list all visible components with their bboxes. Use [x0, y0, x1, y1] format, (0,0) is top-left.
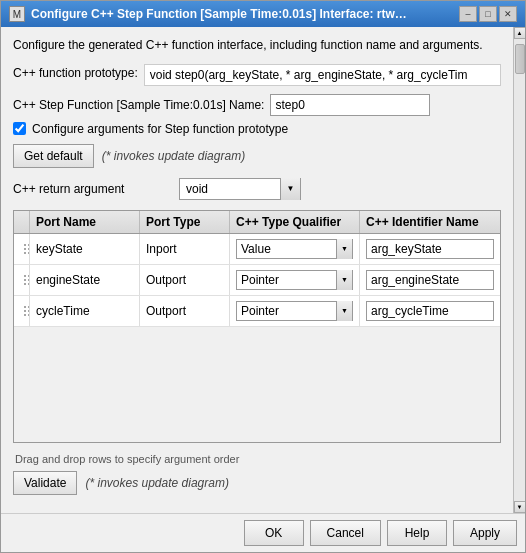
type-qualifier-cell: Pointer ▼ — [230, 296, 360, 326]
port-name-value: engineState — [36, 273, 100, 287]
right-scrollbar: ▲ ▼ — [513, 27, 525, 513]
window-title: Configure C++ Step Function [Sample Time… — [31, 7, 411, 21]
validate-row: Validate (* invokes update diagram) — [13, 471, 501, 495]
title-bar-left: M Configure C++ Step Function [Sample Ti… — [9, 6, 411, 22]
main-area: Configure the generated C++ function int… — [1, 27, 525, 513]
type-qualifier-cell: Value ▼ — [230, 234, 360, 264]
port-name-cell: engineState — [30, 265, 140, 295]
port-type-cell: Outport — [140, 265, 230, 295]
identifier-cell — [360, 296, 500, 326]
return-select-value: void — [180, 180, 280, 198]
header-identifier-name: C++ Identifier Name — [360, 211, 500, 233]
port-name-value: cycleTime — [36, 304, 90, 318]
scroll-down-button[interactable]: ▼ — [514, 501, 526, 513]
type-qualifier-select[interactable]: Value ▼ — [236, 239, 353, 259]
content-area: Configure the generated C++ function int… — [1, 27, 513, 513]
bottom-area: Drag and drop rows to specify argument o… — [13, 449, 501, 505]
port-type-cell: Outport — [140, 296, 230, 326]
identifier-cell — [360, 234, 500, 264]
configure-dialog: M Configure C++ Step Function [Sample Ti… — [0, 0, 526, 553]
drag-handle[interactable] — [20, 238, 30, 260]
checkbox-label: Configure arguments for Step function pr… — [32, 122, 288, 136]
title-buttons: – □ ✕ — [459, 6, 517, 22]
port-name-cell: keyState — [30, 234, 140, 264]
row-handle-cell[interactable] — [14, 265, 30, 295]
port-type-cell: Inport — [140, 234, 230, 264]
table-row: keyState Inport Value ▼ — [14, 234, 500, 265]
identifier-input[interactable] — [366, 239, 494, 259]
maximize-button[interactable]: □ — [479, 6, 497, 22]
type-qualifier-arrow[interactable]: ▼ — [336, 301, 352, 321]
identifier-input[interactable] — [366, 270, 494, 290]
table-row: engineState Outport Pointer ▼ — [14, 265, 500, 296]
arguments-table: Port Name Port Type C++ Type Qualifier C… — [13, 210, 501, 443]
drag-handle[interactable] — [20, 269, 30, 291]
type-qualifier-arrow[interactable]: ▼ — [336, 270, 352, 290]
header-port-name: Port Name — [30, 211, 140, 233]
type-qualifier-value: Pointer — [237, 272, 336, 288]
step-function-label: C++ Step Function [Sample Time:0.01s] Na… — [13, 98, 264, 112]
drag-handle[interactable] — [20, 300, 30, 322]
type-qualifier-value: Pointer — [237, 303, 336, 319]
port-type-value: Outport — [146, 304, 186, 318]
get-default-note: (* invokes update diagram) — [102, 149, 245, 163]
minimize-button[interactable]: – — [459, 6, 477, 22]
prototype-value: void step0(arg_keyState, * arg_engineSta… — [144, 64, 501, 86]
title-bar: M Configure C++ Step Function [Sample Ti… — [1, 1, 525, 27]
scroll-thumb[interactable] — [515, 44, 525, 74]
port-name-cell: cycleTime — [30, 296, 140, 326]
get-default-row: Get default (* invokes update diagram) — [13, 144, 501, 168]
prototype-row: C++ function prototype: void step0(arg_k… — [13, 64, 501, 86]
cancel-button[interactable]: Cancel — [310, 520, 381, 546]
close-button[interactable]: ✕ — [499, 6, 517, 22]
return-dropdown-arrow[interactable]: ▼ — [280, 178, 300, 200]
apply-button[interactable]: Apply — [453, 520, 517, 546]
return-select[interactable]: void ▼ — [179, 178, 301, 200]
window-icon: M — [9, 6, 25, 22]
row-handle-cell[interactable] — [14, 234, 30, 264]
port-type-value: Outport — [146, 273, 186, 287]
ok-button[interactable]: OK — [244, 520, 304, 546]
prototype-label: C++ function prototype: — [13, 64, 138, 80]
table-body: keyState Inport Value ▼ — [14, 234, 500, 442]
identifier-input[interactable] — [366, 301, 494, 321]
validate-button[interactable]: Validate — [13, 471, 77, 495]
row-handle-cell[interactable] — [14, 296, 30, 326]
table-row: cycleTime Outport Pointer ▼ — [14, 296, 500, 327]
type-qualifier-cell: Pointer ▼ — [230, 265, 360, 295]
table-header: Port Name Port Type C++ Type Qualifier C… — [14, 211, 500, 234]
description-text: Configure the generated C++ function int… — [13, 37, 501, 54]
validate-note: (* invokes update diagram) — [85, 476, 228, 490]
identifier-cell — [360, 265, 500, 295]
step-function-row: C++ Step Function [Sample Time:0.01s] Na… — [13, 94, 501, 116]
bottom-buttons-bar: OK Cancel Help Apply — [1, 513, 525, 552]
port-type-value: Inport — [146, 242, 177, 256]
scroll-track[interactable] — [514, 39, 526, 501]
header-port-type: Port Type — [140, 211, 230, 233]
type-qualifier-select[interactable]: Pointer ▼ — [236, 301, 353, 321]
step-function-input[interactable] — [270, 94, 430, 116]
help-button[interactable]: Help — [387, 520, 447, 546]
drag-note: Drag and drop rows to specify argument o… — [13, 453, 501, 465]
return-arg-row: C++ return argument void ▼ — [13, 178, 501, 200]
scroll-up-button[interactable]: ▲ — [514, 27, 526, 39]
type-qualifier-value: Value — [237, 241, 336, 257]
return-arg-label: C++ return argument — [13, 182, 173, 196]
get-default-button[interactable]: Get default — [13, 144, 94, 168]
inner-content: Configure the generated C++ function int… — [1, 27, 513, 513]
type-qualifier-arrow[interactable]: ▼ — [336, 239, 352, 259]
configure-args-checkbox[interactable] — [13, 122, 26, 135]
header-handle — [14, 211, 30, 233]
header-type-qualifier: C++ Type Qualifier — [230, 211, 360, 233]
port-name-value: keyState — [36, 242, 83, 256]
checkbox-row: Configure arguments for Step function pr… — [13, 122, 501, 136]
type-qualifier-select[interactable]: Pointer ▼ — [236, 270, 353, 290]
